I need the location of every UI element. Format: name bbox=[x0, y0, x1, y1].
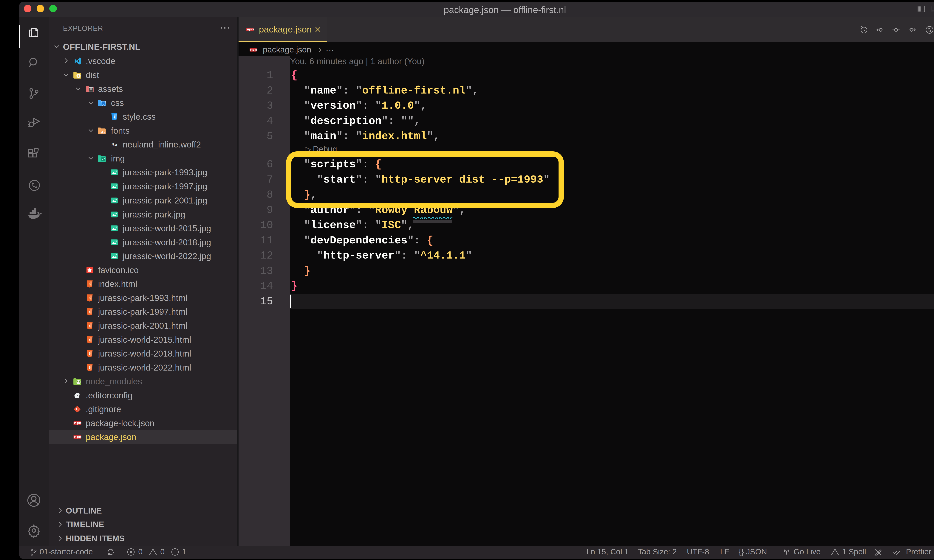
svg-text:5: 5 bbox=[89, 310, 91, 314]
svg-text:5: 5 bbox=[89, 282, 91, 286]
svg-text:5: 5 bbox=[89, 366, 91, 369]
svg-text:5: 5 bbox=[89, 296, 91, 300]
svg-text:3: 3 bbox=[103, 102, 104, 105]
svg-text:3: 3 bbox=[113, 115, 116, 119]
svg-text:Aa: Aa bbox=[101, 130, 106, 134]
svg-text:5: 5 bbox=[89, 338, 91, 342]
svg-text:JS: JS bbox=[77, 381, 80, 384]
svg-text:5: 5 bbox=[89, 352, 91, 355]
svg-text:Aa: Aa bbox=[111, 142, 117, 148]
svg-text:5: 5 bbox=[89, 324, 91, 328]
